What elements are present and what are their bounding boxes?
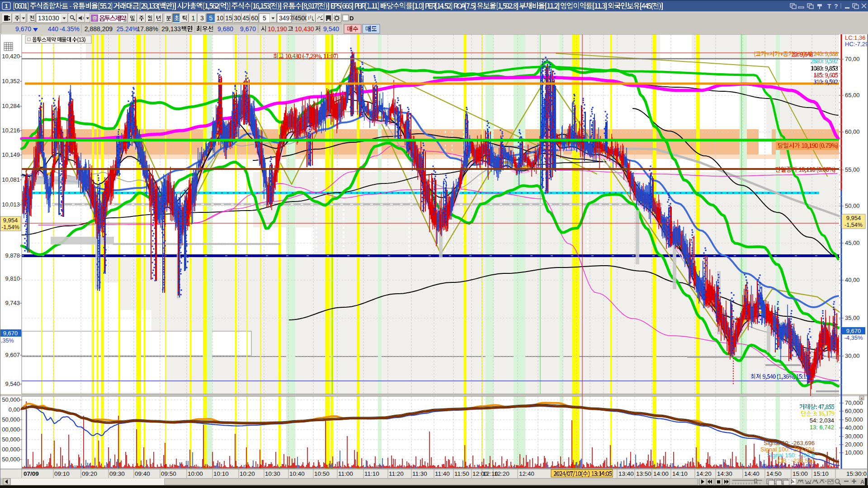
svg-text:70,000: 70,000 — [845, 399, 863, 406]
svg-text:0,00: 0,00 — [9, 406, 20, 413]
svg-text:17.88%: 17.88% — [137, 25, 158, 33]
svg-text:-4.35%: -4.35% — [60, 25, 80, 33]
svg-text:15:00: 15:00 — [793, 470, 808, 477]
svg-text:10,013: 10,013 — [2, 201, 20, 208]
svg-text:HC:-7,2: HC:-7,2 — [845, 41, 865, 47]
svg-text:10,190: 10,190 — [268, 25, 287, 33]
svg-text:13:40: 13:40 — [618, 470, 634, 477]
svg-text:9,878: 9,878 — [5, 252, 20, 259]
svg-text:09:30: 09:30 — [109, 470, 125, 477]
svg-text:,35%: ,35% — [1, 338, 14, 344]
svg-text:14:00: 14:00 — [653, 470, 669, 477]
svg-text:9,540: 9,540 — [323, 25, 339, 33]
svg-text:50,000: 50,000 — [2, 396, 20, 403]
svg-text:50,000: 50,000 — [2, 416, 20, 423]
svg-text:10:50: 10:50 — [314, 470, 330, 477]
svg-text:9,540: 9,540 — [5, 380, 20, 387]
svg-text:-1,54%: -1,54% — [1, 224, 19, 230]
svg-text:09:10: 09:10 — [54, 470, 70, 477]
svg-text:60: 60 — [251, 14, 258, 22]
svg-text:10: 10 — [217, 14, 224, 22]
svg-text:29,133: 29,133 — [161, 25, 181, 33]
svg-text:1: 1 — [192, 14, 195, 22]
svg-text:/4500: /4500 — [292, 14, 308, 22]
svg-text:65,00: 65,00 — [845, 92, 860, 99]
svg-text:09:40: 09:40 — [135, 470, 150, 477]
svg-text:9,670: 9,670 — [15, 25, 31, 33]
svg-text:60,00: 60,00 — [845, 128, 860, 135]
svg-text:-1,54%: -1,54% — [844, 222, 863, 228]
svg-text:T: T — [827, 3, 831, 10]
svg-text:x: x — [861, 396, 863, 400]
svg-text:00,000: 00,000 — [2, 446, 20, 453]
svg-text:00,000: 00,000 — [2, 426, 20, 433]
svg-text:14:30: 14:30 — [717, 470, 732, 477]
svg-text:10,000: 10,000 — [845, 449, 863, 456]
svg-text:45,00: 45,00 — [845, 239, 860, 246]
svg-text:25.24%: 25.24% — [117, 25, 138, 33]
svg-text:15:10: 15:10 — [813, 470, 829, 477]
svg-text:3: 3 — [200, 14, 204, 22]
svg-text:50,000: 50,000 — [2, 436, 20, 443]
svg-text:11:20: 11:20 — [389, 470, 404, 477]
svg-text:30,00: 30,00 — [845, 352, 860, 359]
svg-text:07/09: 07/09 — [24, 470, 39, 477]
svg-text:10,420: 10,420 — [2, 53, 20, 60]
svg-text:-4,35%: -4,35% — [844, 334, 863, 341]
svg-text:10:20: 10:20 — [240, 470, 255, 477]
svg-text:70,00: 70,00 — [845, 56, 860, 62]
svg-text:9,670: 9,670 — [846, 328, 861, 334]
svg-text:45: 45 — [242, 14, 250, 22]
svg-text:50,000: 50,000 — [845, 416, 863, 423]
svg-text:9,607: 9,607 — [5, 352, 20, 358]
svg-text:10,430: 10,430 — [295, 25, 314, 33]
svg-text:9,954: 9,954 — [846, 215, 861, 221]
svg-text:12:40: 12:40 — [519, 470, 534, 477]
svg-text:440: 440 — [48, 25, 59, 33]
svg-text:10:10: 10:10 — [213, 470, 229, 477]
svg-text:09:50: 09:50 — [161, 470, 176, 477]
svg-text:30: 30 — [234, 14, 241, 22]
svg-text:13: 6,742: 13: 6,742 — [810, 424, 834, 431]
svg-text:9,954: 9,954 — [3, 217, 18, 224]
svg-text:10,284: 10,284 — [2, 103, 20, 109]
svg-text:5: 5 — [209, 14, 213, 22]
svg-text:131030: 131030 — [38, 14, 59, 22]
svg-text:9,743: 9,743 — [5, 300, 20, 306]
svg-text:15: 15 — [225, 14, 232, 22]
svg-text:14:40: 14:40 — [744, 470, 760, 477]
svg-text:A: A — [860, 479, 865, 485]
svg-text:9,810: 9,810 — [5, 275, 20, 282]
svg-text:11:10: 11:10 — [364, 470, 379, 477]
svg-text:9,680: 9,680 — [217, 25, 233, 33]
svg-text:1: 1 — [5, 3, 8, 9]
svg-text:9,670: 9,670 — [240, 25, 256, 33]
svg-text:30,000: 30,000 — [845, 433, 863, 440]
svg-text:9,670: 9,670 — [3, 330, 18, 337]
svg-text:20,000: 20,000 — [845, 441, 863, 448]
svg-text:Signal 24 : -267,413: Signal 24 : -267,413 — [762, 463, 815, 469]
svg-text:10:00: 10:00 — [188, 470, 203, 477]
svg-text:10,149: 10,149 — [2, 151, 20, 158]
svg-text:10,081: 10,081 — [2, 176, 20, 183]
svg-text:11:40: 11:40 — [435, 470, 450, 477]
svg-text:?: ? — [834, 3, 838, 10]
svg-text:13:50: 13:50 — [636, 470, 651, 477]
svg-text:10:30: 10:30 — [265, 470, 280, 477]
svg-text:50,000: 50,000 — [2, 456, 20, 463]
svg-text:14:20: 14:20 — [696, 470, 712, 477]
svg-text:50,00: 50,00 — [845, 202, 860, 209]
svg-text:15:30:0: 15:30:0 — [846, 470, 867, 477]
svg-text:3497: 3497 — [279, 14, 293, 22]
svg-text:10,216: 10,216 — [2, 127, 20, 134]
svg-text:40,00: 40,00 — [845, 277, 860, 283]
svg-text:5: 5 — [263, 14, 266, 22]
svg-text:09:20: 09:20 — [82, 470, 97, 477]
svg-text:11:00: 11:00 — [338, 470, 353, 477]
svg-text:60,000: 60,000 — [845, 408, 863, 414]
svg-text:Signal 60: -263,696: Signal 60: -263,696 — [764, 440, 815, 446]
svg-text:11:30: 11:30 — [412, 470, 427, 477]
svg-text:14:10: 14:10 — [672, 470, 688, 477]
svg-text:2,888,209: 2,888,209 — [85, 25, 113, 33]
svg-text:14:50: 14:50 — [766, 470, 782, 477]
